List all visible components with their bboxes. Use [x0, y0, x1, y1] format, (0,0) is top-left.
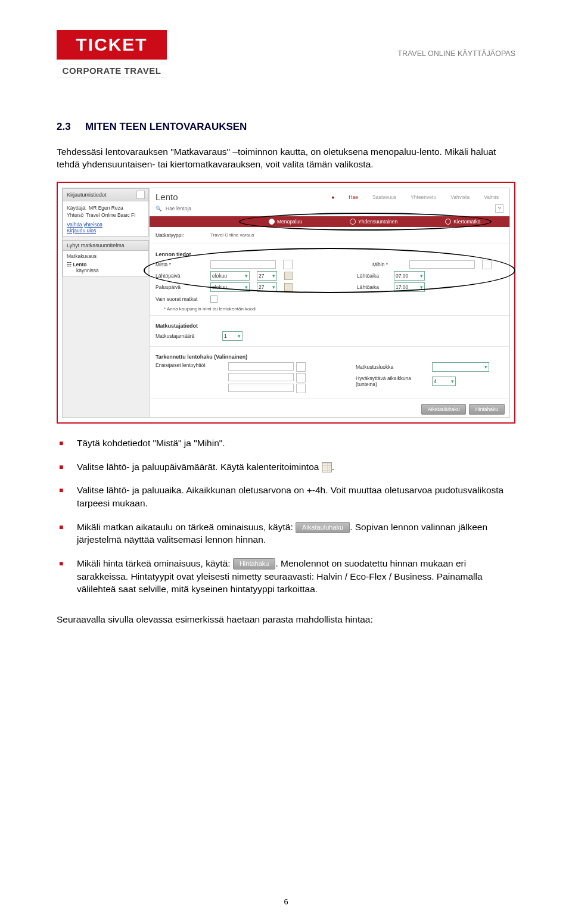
- ret-time-select[interactable]: 17:00▾: [394, 282, 425, 292]
- airline-input[interactable]: [228, 362, 294, 371]
- direct-only-label: Vain suorat matkat: [156, 296, 203, 302]
- dep-day-select[interactable]: 27▾: [257, 271, 277, 281]
- bullet-1: Täytä kohdetiedot "Mistä" ja "Mihin".: [57, 437, 515, 450]
- lookup-icon[interactable]: [482, 260, 492, 269]
- step-yhteenveto: Yhteenveto: [411, 194, 436, 200]
- wizard-steps: ● Hae Saatavuus Yhteenveto Vahvista Valm…: [325, 192, 505, 201]
- ret-time-label: Lähtöaika: [357, 284, 387, 290]
- logo-sub: CORPORATE TRAVEL: [57, 64, 167, 77]
- section-heading: 2.3MITEN TEEN LENTOVARAUKSEN: [57, 121, 515, 133]
- page-header: TICKET CORPORATE TRAVEL TRAVEL ONLINE KÄ…: [57, 24, 515, 82]
- class-label: Matkustusluokka: [356, 364, 427, 370]
- company-value: Travel Online Basic FI: [86, 212, 135, 218]
- lookup-icon[interactable]: [296, 373, 306, 382]
- timewindow-select[interactable]: 4▾: [432, 377, 456, 386]
- page-number: 6: [0, 897, 572, 906]
- radio-yhdensuuntainen[interactable]: Yhdensuuntainen: [350, 219, 397, 225]
- to-label: Mihin *: [372, 262, 402, 267]
- sidebar-panel1-body: Käyttäjä:MR Egen Reza YhteisöTravel Onli…: [63, 201, 149, 237]
- passenger-head: Matkustajatiedot: [156, 323, 503, 329]
- from-label: Mistä *: [156, 262, 203, 267]
- direct-only-checkbox[interactable]: [210, 295, 217, 303]
- step-hae[interactable]: Hae: [349, 194, 358, 200]
- step-valmis: Valmis: [484, 194, 499, 200]
- section-flight-details: Lennon tiedot Mistä * Mihin * Lähtöpäivä: [150, 244, 509, 316]
- logo: TICKET CORPORATE TRAVEL: [57, 30, 188, 77]
- logo-main: TICKET: [57, 30, 167, 60]
- section-number: 2.3: [57, 121, 85, 133]
- bullet-4: Mikäli matkan aikataulu on tärkeä ominai…: [57, 521, 515, 546]
- to-input[interactable]: [409, 260, 475, 269]
- sidebar-panel2-title: Lyhyt matkasuunnitelma: [67, 242, 125, 248]
- button-row: Aikatauluhaku Hintahaku: [150, 399, 509, 417]
- dep-time-label: Lähtöaika: [357, 273, 387, 279]
- aikatauluhaku-inline-button: Aikatauluhaku: [296, 522, 350, 533]
- calendar-icon: [322, 462, 332, 472]
- ret-month-select[interactable]: elokuu▾: [210, 282, 250, 292]
- section-passengers: Matkustajatiedot Matkustajamäärä 1▾: [150, 316, 509, 347]
- flight-details-head: Lennon tiedot: [156, 251, 503, 257]
- company-label: Yhteisö: [67, 212, 83, 218]
- trip-type-value: Travel Online varaus: [210, 232, 254, 238]
- bullet-5: Mikäli hinta tärkeä ominaisuus, käytä: H…: [57, 557, 515, 596]
- sidebar-panel1-header[interactable]: Kirjautumistiedot: [63, 188, 149, 201]
- dropdown-icon[interactable]: [136, 191, 145, 199]
- trip-type-bar: Menopaluu Yhdensuuntainen Kiertomatka: [150, 216, 509, 227]
- itinerary-flight[interactable]: Lento: [73, 262, 86, 267]
- section-advanced: Tarkennettu lentohaku (Valinnainen) Ensi…: [150, 347, 509, 399]
- sidebar-panel1-title: Kirjautumistiedot: [67, 192, 107, 198]
- trip-type-label: Matkatyyppi:: [156, 232, 203, 238]
- intro-paragraph: Tehdessäsi lentovarauksen "Matkavaraus" …: [57, 146, 515, 171]
- user-value: MR Egen Reza: [89, 205, 123, 211]
- main-panel: Lento ● Hae Saatavuus Yhteenveto Vahvist…: [150, 188, 509, 417]
- calendar-icon[interactable]: [284, 283, 293, 291]
- itinerary-desc: Matkakuvaus: [67, 253, 145, 259]
- closing-paragraph: Seuraavalla sivulla olevassa esimerkissä…: [57, 614, 515, 626]
- calendar-icon[interactable]: [284, 272, 293, 280]
- class-select[interactable]: ▾: [432, 362, 489, 372]
- hintahaku-inline-button: Hintahaku: [233, 558, 276, 570]
- screenshot: Kirjautumistiedot Käyttäjä:MR Egen Reza …: [62, 188, 510, 418]
- airline-input[interactable]: [228, 373, 294, 381]
- section-title: MITEN TEEN LENTOVARAUKSEN: [85, 121, 247, 132]
- ret-date-label: Paluupäivä: [156, 284, 203, 290]
- sidebar-panel2-body: Matkakuvaus ☷ Lento käynnissä: [63, 251, 149, 276]
- dep-date-label: Lähtöpäivä: [156, 273, 203, 279]
- bullet-3: Valitse lähtö- ja paluuaika. Aikaikkunan…: [57, 484, 515, 509]
- step-saatavuus: Saatavuus: [372, 194, 396, 200]
- section-triptype: Matkatyyppi: Travel Online varaus: [150, 227, 509, 244]
- lookup-icon[interactable]: [296, 362, 306, 372]
- change-company-link[interactable]: Vaihda yhteisöä: [67, 222, 102, 228]
- pref-airline-label: Ensisijaiset lentoyhtiöt: [156, 362, 221, 368]
- sidebar: Kirjautumistiedot Käyttäjä:MR Egen Reza …: [63, 188, 150, 417]
- sidebar-panel2-header[interactable]: Lyhyt matkasuunnitelma: [63, 240, 149, 251]
- pax-select[interactable]: 1▾: [222, 331, 243, 341]
- hintahaku-button[interactable]: Hintahaku: [469, 404, 505, 415]
- aikatauluhaku-button[interactable]: Aikatauluhaku: [421, 404, 466, 415]
- bullet-list: Täytä kohdetiedot "Mistä" ja "Mihin". Va…: [57, 437, 515, 596]
- airline-input[interactable]: [228, 384, 294, 392]
- from-input[interactable]: [210, 260, 276, 269]
- advanced-head: Tarkennettu lentohaku (Valinnainen): [156, 354, 503, 360]
- search-flights-label: Hae lentoja: [166, 206, 191, 211]
- user-label: Käyttäjä:: [67, 205, 86, 211]
- header-right-text: TRAVEL ONLINE KÄYTTÄJÄOPAS: [397, 49, 515, 58]
- help-icon[interactable]: ?: [495, 204, 503, 213]
- radio-menopaluu[interactable]: Menopaluu: [269, 219, 302, 225]
- dep-month-select[interactable]: elokuu▾: [210, 271, 250, 281]
- dep-time-select[interactable]: 07:00▾: [394, 271, 425, 281]
- logout-link[interactable]: Kirjaudu ulos: [67, 228, 96, 234]
- pax-label: Matkustajamäärä: [156, 333, 215, 339]
- city-code-note: * Anna kaupungin nimi tai lentokentän ko…: [164, 306, 503, 312]
- radio-kiertomatka[interactable]: Kiertomatka: [445, 219, 480, 225]
- lookup-icon[interactable]: [283, 260, 293, 269]
- bullet-2: Valitse lähtö- ja paluupäivämäärät. Käyt…: [57, 461, 515, 474]
- ret-day-select[interactable]: 27▾: [257, 282, 277, 292]
- step-vahvista: Vahvista: [450, 194, 470, 200]
- search-icon: 🔍: [156, 206, 162, 211]
- screenshot-frame: Kirjautumistiedot Käyttäjä:MR Egen Reza …: [57, 182, 515, 424]
- timewindow-label: Hyväksyttävä aikaikkuna (tunteina): [356, 375, 427, 387]
- lookup-icon[interactable]: [296, 384, 306, 393]
- main-title: Lento: [150, 188, 178, 203]
- itinerary-status: käynnissä: [76, 267, 145, 273]
